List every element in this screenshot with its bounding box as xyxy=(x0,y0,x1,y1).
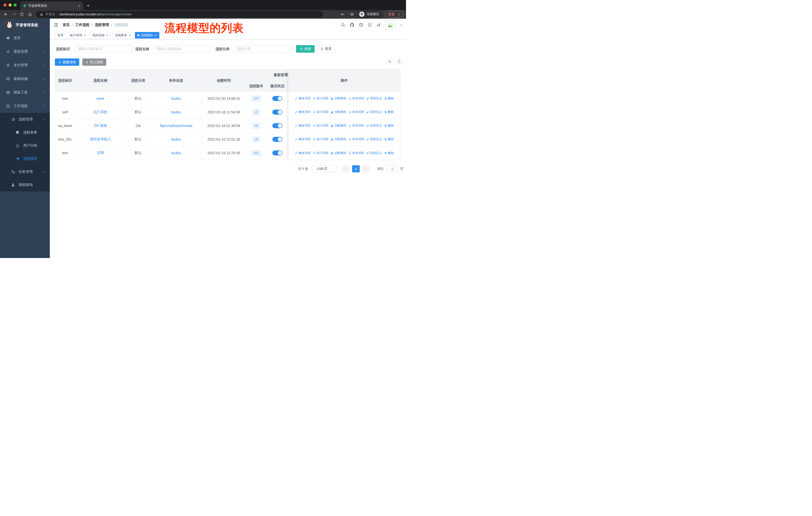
action-definition[interactable]: 流程定义 xyxy=(366,124,382,128)
fullscreen-icon[interactable] xyxy=(368,23,372,27)
action-assign[interactable]: 分配规则 xyxy=(330,151,346,155)
breadcrumb-home[interactable]: 首页 xyxy=(63,23,70,27)
sidebar-item-5[interactable]: 研发工具 xyxy=(0,86,50,99)
breadcrumb-workflow[interactable]: 工作流程 xyxy=(75,23,89,27)
action-assign[interactable]: 分配规则 xyxy=(330,124,346,128)
home-icon[interactable] xyxy=(27,11,33,18)
action-trash[interactable]: 删除 xyxy=(384,137,394,141)
model-name-link[interactable]: 滔博 xyxy=(97,151,104,155)
breadcrumb-process-manage[interactable]: 流程管理 xyxy=(95,23,109,27)
next-page-button[interactable]: › xyxy=(362,165,370,172)
window-zoom-button[interactable] xyxy=(13,3,17,6)
action-assign[interactable]: 分配规则 xyxy=(330,96,346,101)
action-definition[interactable]: 流程定义 xyxy=(366,110,382,114)
window-minimize-button[interactable] xyxy=(8,3,11,6)
sidebar-collapse-icon[interactable] xyxy=(54,22,59,27)
action-design[interactable]: 设计流程 xyxy=(313,137,328,141)
browser-tab[interactable]: 芋道管理系统 ✕ xyxy=(20,1,83,10)
current-page-button[interactable]: 1 xyxy=(352,165,360,172)
sidebar-item-1[interactable]: 首页 xyxy=(0,31,50,45)
avatar[interactable] xyxy=(385,20,396,30)
sidebar-logo[interactable]: 芋道管理系统 xyxy=(0,19,50,31)
tag-tab-2[interactable]: 租户管理✕ xyxy=(67,32,88,38)
window-close-button[interactable] xyxy=(3,3,6,6)
tag-close-icon[interactable]: ✕ xyxy=(154,34,157,37)
action-publish[interactable]: 发布流程 xyxy=(348,110,364,114)
action-trash[interactable]: 删除 xyxy=(384,151,394,155)
form-info-link[interactable]: /bpm/oa/leave/create xyxy=(160,124,193,128)
action-trash[interactable]: 删除 xyxy=(384,96,394,101)
sidebar-item-3[interactable]: 支付管理 xyxy=(0,58,50,72)
action-design[interactable]: 设计流程 xyxy=(313,124,328,128)
action-design[interactable]: 设计流程 xyxy=(313,151,328,155)
sidebar-item-10[interactable]: 流程模型 xyxy=(0,152,50,165)
form-info-link[interactable]: biubiu xyxy=(171,137,181,141)
action-publish[interactable]: 发布流程 xyxy=(348,124,364,128)
action-definition[interactable]: 流程定义 xyxy=(366,96,382,101)
avatar-caret-icon[interactable] xyxy=(400,24,403,26)
page-size-select[interactable]: 10条/页 xyxy=(312,165,337,172)
active-toggle[interactable] xyxy=(272,151,283,156)
sidebar-item-6[interactable]: 工作流程 xyxy=(0,99,50,113)
model-name-link[interactable]: 测试多审批人 xyxy=(90,137,111,141)
action-edit[interactable]: 修改流程 xyxy=(295,96,311,101)
sidebar-item-11[interactable]: 任务管理 xyxy=(0,165,50,179)
model-name-link[interactable]: 自己审批 xyxy=(93,110,108,114)
goto-page-input[interactable]: 1 xyxy=(387,165,398,172)
tag-tab-4[interactable]: 流程表单✕ xyxy=(112,32,133,38)
action-edit[interactable]: 修改流程 xyxy=(295,151,311,155)
active-toggle[interactable] xyxy=(272,96,283,101)
create-model-button[interactable]: 新建流程 xyxy=(55,58,79,66)
font-size-icon[interactable] xyxy=(376,23,381,27)
action-assign[interactable]: 分配规则 xyxy=(330,137,346,141)
toggle-search-button[interactable] xyxy=(386,58,394,65)
active-toggle[interactable] xyxy=(272,137,283,142)
form-info-link[interactable]: biubiu xyxy=(171,110,181,114)
form-info-link[interactable]: biubiu xyxy=(171,97,181,101)
action-edit[interactable]: 修改流程 xyxy=(295,137,311,141)
github-icon[interactable] xyxy=(350,23,354,27)
back-icon[interactable] xyxy=(2,11,9,18)
header-search-icon[interactable] xyxy=(341,23,345,27)
action-design[interactable]: 设计流程 xyxy=(313,96,328,101)
filter-key-input[interactable]: 请输入流程标识 xyxy=(75,45,132,53)
sidebar-item-8[interactable]: 流程表单 xyxy=(0,126,50,139)
sidebar-item-12[interactable]: 请假查询 xyxy=(0,179,50,191)
action-trash[interactable]: 删除 xyxy=(384,124,394,128)
action-edit[interactable]: 修改流程 xyxy=(295,124,311,128)
forward-icon[interactable] xyxy=(10,11,17,18)
password-key-icon[interactable] xyxy=(339,11,346,18)
action-assign[interactable]: 分配规则 xyxy=(330,110,346,114)
version-badge[interactable]: v5 xyxy=(252,123,261,129)
reset-button[interactable]: 重置 xyxy=(317,45,335,53)
form-info-link[interactable]: biubiu xyxy=(171,151,181,155)
sidebar-item-7[interactable]: 流程管理 xyxy=(0,113,50,126)
refresh-table-button[interactable] xyxy=(396,58,403,65)
version-badge[interactable]: v2 xyxy=(252,109,261,115)
filter-category-select[interactable]: 流程分类 xyxy=(233,45,292,53)
action-publish[interactable]: 发布流程 xyxy=(348,96,364,101)
tag-tab-5[interactable]: 流程模型✕ xyxy=(135,32,159,38)
action-definition[interactable]: 流程定义 xyxy=(366,151,382,155)
tag-tab-1[interactable]: 首页 xyxy=(55,32,66,38)
filter-name-input[interactable]: 请输入流程名称 xyxy=(153,45,210,53)
prev-page-button[interactable]: ‹ xyxy=(342,165,350,172)
tab-close-icon[interactable]: ✕ xyxy=(78,4,81,8)
model-name-link[interactable]: eeee xyxy=(96,97,104,101)
action-publish[interactable]: 发布流程 xyxy=(348,151,364,155)
window-controls[interactable] xyxy=(3,3,17,6)
help-icon[interactable] xyxy=(359,23,363,27)
bookmark-star-icon[interactable] xyxy=(349,11,355,18)
tag-close-icon[interactable]: ✕ xyxy=(128,34,130,37)
model-name-link[interactable]: OA 请假 xyxy=(94,124,107,128)
action-publish[interactable]: 发布流程 xyxy=(348,137,364,141)
reload-icon[interactable] xyxy=(19,11,25,18)
sidebar-item-9[interactable]: 用户分组 xyxy=(0,139,50,152)
new-tab-button[interactable]: + xyxy=(87,3,90,8)
search-button[interactable]: 搜索 xyxy=(296,45,315,53)
tag-tab-3[interactable]: 我的流程✕ xyxy=(90,32,111,38)
action-design[interactable]: 设计流程 xyxy=(313,110,328,114)
version-badge[interactable]: v4 xyxy=(252,136,261,142)
import-model-button[interactable]: 导入流程 xyxy=(82,58,106,66)
version-badge[interactable]: v21 xyxy=(251,150,261,156)
